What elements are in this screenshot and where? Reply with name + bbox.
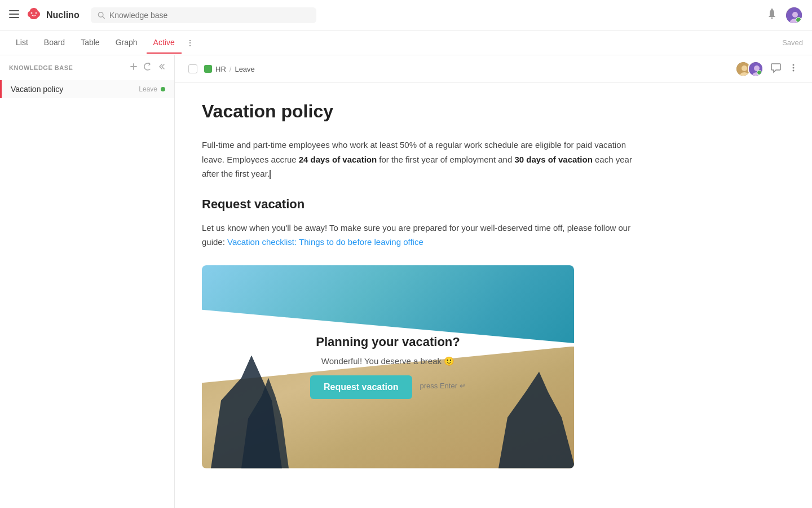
text-cursor xyxy=(270,170,271,179)
saved-status: Saved xyxy=(782,38,803,47)
vacation-card: Planning your vacation? Wonderful! You d… xyxy=(202,265,574,468)
breadcrumb: HR / Leave xyxy=(204,65,255,73)
doc-checkbox[interactable] xyxy=(188,64,197,73)
tab-table[interactable]: Table xyxy=(74,32,106,54)
sidebar-item-label: Vacation policy xyxy=(11,85,139,94)
sidebar-item-tag: Leave xyxy=(139,85,157,93)
doc-section-heading-2: Request vacation xyxy=(202,197,633,212)
tab-list[interactable]: List xyxy=(9,32,35,54)
top-bar-right xyxy=(767,6,803,24)
main-layout: Knowledge base xyxy=(0,55,812,508)
enter-arrow-icon: ↵ xyxy=(460,382,466,390)
svg-rect-0 xyxy=(9,10,19,11)
doc-paragraph-1: Full-time and part-time employees who wo… xyxy=(202,138,633,181)
doc-title: Vacation policy xyxy=(202,101,633,122)
press-enter-text: press Enter xyxy=(420,382,457,390)
collaborator-avatar-2 xyxy=(748,61,764,77)
breadcrumb-section: HR xyxy=(215,65,226,73)
comment-icon[interactable] xyxy=(770,62,782,76)
svg-rect-1 xyxy=(9,14,19,15)
doc-paragraph-1-mid: for the first year of employment and xyxy=(377,155,514,164)
sidebar-item-status-dot xyxy=(161,87,165,91)
logo-icon xyxy=(26,7,42,24)
svg-point-16 xyxy=(754,65,760,71)
svg-point-13 xyxy=(742,65,747,71)
doc-right-actions xyxy=(735,61,798,77)
request-vacation-button[interactable]: Request vacation xyxy=(310,375,412,399)
search-icon xyxy=(98,11,105,19)
sidebar-header: Knowledge base xyxy=(0,55,174,80)
breadcrumb-folder-icon xyxy=(204,65,212,73)
svg-point-4 xyxy=(31,12,33,14)
bell-icon[interactable] xyxy=(767,8,777,22)
breadcrumb-separator: / xyxy=(230,65,232,73)
sidebar-refresh-icon[interactable] xyxy=(143,62,152,73)
svg-point-10 xyxy=(792,12,798,17)
doc-more-icon[interactable] xyxy=(788,63,798,76)
doc-paragraph-1-bold2: 30 days of vacation xyxy=(514,155,592,164)
tab-board[interactable]: Board xyxy=(37,32,72,54)
hamburger-icon[interactable] xyxy=(9,9,19,21)
sidebar-title: Knowledge base xyxy=(9,64,73,71)
logo[interactable]: Nuclino xyxy=(26,7,80,24)
doc-paragraph-2: Let us know when you'll be away! To make… xyxy=(202,221,633,249)
svg-point-18 xyxy=(793,64,795,65)
svg-point-20 xyxy=(793,69,795,71)
doc-header-bar: HR / Leave xyxy=(175,55,812,83)
sidebar-collapse-icon[interactable] xyxy=(156,62,165,73)
sidebar-actions xyxy=(129,62,165,73)
sidebar-item-vacation-policy[interactable]: Vacation policy Leave xyxy=(0,80,174,98)
top-bar: Nuclino xyxy=(0,0,812,30)
svg-point-5 xyxy=(36,12,37,14)
svg-point-7 xyxy=(771,17,773,19)
app-name: Nuclino xyxy=(46,10,80,20)
vacation-card-subtitle: Wonderful! You deserve a break 🙂 xyxy=(321,356,454,366)
tab-bar: List Board Table Graph Active ⋮ Saved xyxy=(0,30,812,55)
sidebar: Knowledge base xyxy=(0,55,175,508)
user-avatar[interactable] xyxy=(785,6,803,24)
doc-body: Vacation policy Full-time and part-time … xyxy=(175,83,660,496)
doc-paragraph-2-link[interactable]: Vacation checklist: Things to do before … xyxy=(227,237,423,247)
sidebar-add-icon[interactable] xyxy=(129,62,138,73)
vacation-card-content: Planning your vacation? Wonderful! You d… xyxy=(202,265,574,468)
tab-graph[interactable]: Graph xyxy=(109,32,144,54)
content-area: HR / Leave xyxy=(175,55,812,508)
collaborators-avatars xyxy=(735,61,764,77)
vacation-btn-row: Request vacation press Enter ↵ xyxy=(310,373,466,399)
tab-more-icon[interactable]: ⋮ xyxy=(184,33,196,53)
vacation-card-title: Planning your vacation? xyxy=(316,335,460,349)
tab-active[interactable]: Active xyxy=(147,32,182,54)
svg-rect-2 xyxy=(9,17,19,18)
svg-point-8 xyxy=(771,8,773,10)
search-bar[interactable] xyxy=(91,7,316,23)
press-enter-hint: press Enter ↵ xyxy=(420,382,466,390)
doc-paragraph-1-bold1: 24 days of vacation xyxy=(299,155,377,164)
breadcrumb-page: Leave xyxy=(235,65,254,73)
svg-point-19 xyxy=(793,67,795,68)
search-input[interactable] xyxy=(109,11,310,20)
